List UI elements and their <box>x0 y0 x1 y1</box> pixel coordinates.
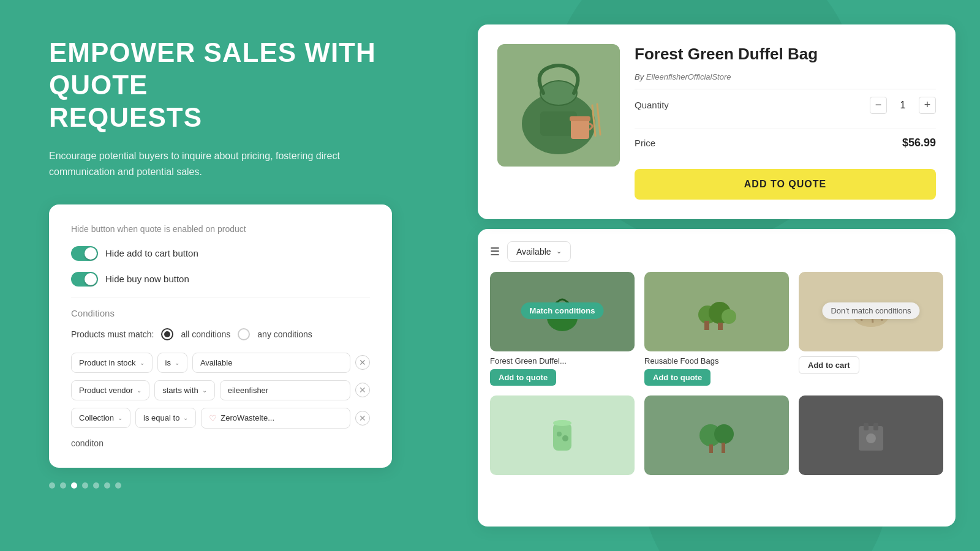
product-info: Forest Green Duffel Bag By EileenfisherO… <box>635 44 936 200</box>
left-panel: EMPOWER SALES WITH QUOTE REQUESTS Encour… <box>0 0 466 551</box>
grid-item-3-image <box>490 395 635 475</box>
condition3-field-dropdown[interactable]: Collection ⌄ <box>71 408 130 428</box>
carousel-dot-3[interactable] <box>82 482 88 489</box>
carousel-dot-6[interactable] <box>115 482 121 489</box>
price-value: $56.99 <box>902 137 936 149</box>
grid-header: ☰ Available ⌄ <box>490 241 943 262</box>
condition-row-3: Collection ⌄ is equal to ⌄ ♡ ZeroWastelt… <box>71 408 370 429</box>
price-row: Price $56.99 <box>635 129 936 157</box>
grid-item-4 <box>644 395 789 475</box>
carousel-dot-0[interactable] <box>49 482 55 489</box>
carousel-dot-4[interactable] <box>93 482 99 489</box>
chevron-down-icon: ⌄ <box>137 387 141 394</box>
grid-item-0-button[interactable]: Add to quote <box>490 369 556 386</box>
product-image <box>497 44 620 167</box>
grid-item-2-button[interactable]: Add to cart <box>799 356 859 374</box>
grid-item-5 <box>799 395 943 475</box>
quantity-control: − 1 + <box>870 97 936 114</box>
svg-rect-12 <box>704 321 709 330</box>
toggle-hide-cart[interactable] <box>71 246 98 261</box>
radio-any-conditions[interactable] <box>238 328 250 340</box>
condition2-remove-button[interactable]: ✕ <box>355 383 370 397</box>
card-section-title: Hide button when quote is enabled on pro… <box>71 224 370 234</box>
svg-point-20 <box>557 432 562 437</box>
svg-rect-18 <box>553 423 571 451</box>
grid-item-0: Match conditions Forest Green Duffel... … <box>490 272 635 386</box>
chevron-down-icon: ⌄ <box>118 414 123 421</box>
svg-rect-24 <box>709 444 713 453</box>
price-label: Price <box>635 138 655 148</box>
radio-all-conditions[interactable] <box>161 328 173 340</box>
product-grid-card: ☰ Available ⌄ Match conditions <box>478 229 956 527</box>
match-conditions-badge: Match conditions <box>521 302 604 319</box>
quantity-value: 1 <box>897 100 909 111</box>
chevron-down-icon: ⌄ <box>183 414 188 421</box>
product-detail-card: Forest Green Duffel Bag By EileenfisherO… <box>478 24 956 219</box>
condition1-value[interactable]: Available <box>192 353 350 373</box>
quantity-increase-button[interactable]: + <box>919 97 936 114</box>
grid-item-1: Reusable Food Bags Add to quote <box>644 272 789 386</box>
match-row: Products must match: all conditions any … <box>71 328 370 340</box>
svg-point-19 <box>553 420 571 426</box>
grid-item-4-image <box>644 395 789 475</box>
svg-rect-28 <box>873 423 878 430</box>
right-panel: Forest Green Duffel Bag By EileenfisherO… <box>466 0 980 551</box>
quantity-row: Quantity − 1 + <box>635 89 936 121</box>
condition1-operator-dropdown[interactable]: is ⌄ <box>157 353 187 373</box>
toggle-hide-cart-label: Hide add to cart button <box>105 248 198 258</box>
chevron-down-icon: ⌄ <box>175 359 179 366</box>
carousel-dot-1[interactable] <box>60 482 66 489</box>
condition3-remove-button[interactable]: ✕ <box>355 411 370 425</box>
svg-point-2 <box>540 81 577 105</box>
quantity-label: Quantity <box>635 100 669 110</box>
grid-item-0-name: Forest Green Duffel... <box>490 356 635 365</box>
grid-item-1-image <box>644 272 789 351</box>
product-store: By EileenfisherOfficialStore <box>635 72 936 81</box>
svg-point-21 <box>562 435 568 441</box>
add-condition-button[interactable]: conditon <box>71 438 370 448</box>
quantity-decrease-button[interactable]: − <box>870 97 887 114</box>
no-match-badge: Don't match conditions <box>822 302 919 319</box>
condition3-value[interactable]: ♡ ZeroWastelte... <box>201 408 350 429</box>
svg-point-23 <box>714 424 734 444</box>
grid-item-1-name: Reusable Food Bags <box>644 356 789 365</box>
product-grid: Match conditions Forest Green Duffel... … <box>490 272 943 475</box>
condition2-value[interactable]: eileenfisher <box>220 380 350 400</box>
add-to-quote-button[interactable]: ADD TO QUOTE <box>635 169 936 200</box>
filter-icon[interactable]: ☰ <box>490 245 500 258</box>
hero-subtitle: Encourage potential buyers to inquire ab… <box>49 148 392 179</box>
toggle-hide-buynow[interactable] <box>71 272 98 287</box>
heart-icon: ♡ <box>209 413 217 423</box>
condition2-field-dropdown[interactable]: Product vendor ⌄ <box>71 380 149 400</box>
condition-row-2: Product vendor ⌄ starts with ⌄ eileenfis… <box>71 380 370 400</box>
svg-point-11 <box>722 309 736 324</box>
any-conditions-label: any conditions <box>257 329 312 339</box>
carousel-dots <box>49 482 417 489</box>
chevron-down-icon: ⌄ <box>556 247 562 255</box>
condition1-remove-button[interactable]: ✕ <box>355 355 370 370</box>
grid-item-1-button[interactable]: Add to quote <box>644 369 710 386</box>
chevron-down-icon: ⌄ <box>140 359 145 366</box>
chevron-down-icon: ⌄ <box>202 387 207 394</box>
svg-rect-13 <box>718 323 723 330</box>
product-name: Forest Green Duffel Bag <box>635 44 936 65</box>
grid-item-5-image <box>799 395 943 475</box>
condition-row-1: Product in stock ⌄ is ⌄ Available ✕ <box>71 353 370 373</box>
toggle-hide-buynow-row: Hide buy now button <box>71 272 370 287</box>
svg-rect-25 <box>722 443 725 453</box>
grid-item-3 <box>490 395 635 475</box>
all-conditions-label: all conditions <box>181 329 230 339</box>
grid-item-2: Don't match conditions Add to cart <box>799 272 943 386</box>
hero-title: EMPOWER SALES WITH QUOTE REQUESTS <box>49 37 417 133</box>
svg-rect-27 <box>864 423 869 430</box>
condition1-field-dropdown[interactable]: Product in stock ⌄ <box>71 353 153 373</box>
carousel-dot-2[interactable] <box>71 482 77 489</box>
svg-rect-5 <box>570 116 590 121</box>
divider <box>71 298 370 298</box>
condition2-operator-dropdown[interactable]: starts with ⌄ <box>154 380 215 400</box>
condition3-operator-dropdown[interactable]: is equal to ⌄ <box>135 408 196 428</box>
toggle-hide-buynow-label: Hide buy now button <box>105 274 189 284</box>
toggle-hide-cart-row: Hide add to cart button <box>71 246 370 261</box>
available-filter-dropdown[interactable]: Available ⌄ <box>507 241 571 262</box>
carousel-dot-5[interactable] <box>104 482 110 489</box>
